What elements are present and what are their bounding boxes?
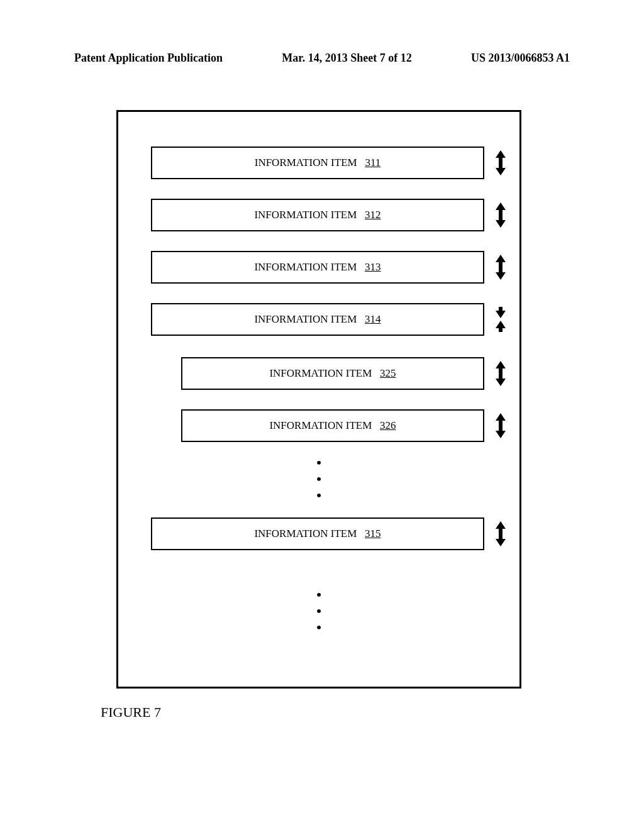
item-label: INFORMATION ITEM bbox=[254, 528, 357, 540]
info-item-311[interactable]: INFORMATION ITEM 311 bbox=[151, 147, 484, 179]
item-number: 326 bbox=[380, 419, 396, 432]
expand-arrow-icon[interactable] bbox=[493, 150, 508, 175]
item-number: 314 bbox=[365, 313, 381, 326]
item-number: 325 bbox=[380, 367, 396, 380]
svg-marker-2 bbox=[496, 255, 506, 280]
item-number: 313 bbox=[365, 261, 381, 274]
page: Patent Application Publication Mar. 14, … bbox=[0, 0, 644, 830]
svg-marker-4 bbox=[496, 321, 506, 332]
expand-arrow-icon[interactable] bbox=[493, 202, 508, 228]
figure-frame: INFORMATION ITEM 311 INFORMATION ITEM 31… bbox=[116, 110, 521, 689]
item-label: INFORMATION ITEM bbox=[269, 419, 372, 432]
header-left: Patent Application Publication bbox=[74, 52, 223, 65]
info-item-315[interactable]: INFORMATION ITEM 315 bbox=[151, 517, 484, 550]
svg-marker-7 bbox=[496, 521, 506, 546]
vertical-ellipsis: • • • bbox=[118, 455, 519, 504]
svg-marker-6 bbox=[496, 413, 506, 438]
expand-arrow-icon[interactable] bbox=[493, 521, 508, 546]
item-number: 315 bbox=[365, 528, 381, 540]
item-label: INFORMATION ITEM bbox=[254, 313, 357, 326]
svg-marker-3 bbox=[496, 307, 506, 318]
item-label: INFORMATION ITEM bbox=[269, 367, 372, 380]
header-right: US 2013/0066853 A1 bbox=[471, 52, 570, 65]
item-number: 311 bbox=[365, 157, 380, 169]
info-item-314[interactable]: INFORMATION ITEM 314 bbox=[151, 303, 484, 336]
info-item-312[interactable]: INFORMATION ITEM 312 bbox=[151, 199, 484, 231]
item-label: INFORMATION ITEM bbox=[254, 209, 357, 221]
collapse-arrow-icon[interactable] bbox=[493, 307, 508, 332]
item-label: INFORMATION ITEM bbox=[254, 261, 357, 274]
svg-marker-1 bbox=[496, 202, 506, 228]
info-item-313[interactable]: INFORMATION ITEM 313 bbox=[151, 251, 484, 284]
info-item-325[interactable]: INFORMATION ITEM 325 bbox=[181, 357, 484, 390]
item-label: INFORMATION ITEM bbox=[255, 157, 357, 169]
figure-caption: FIGURE 7 bbox=[101, 704, 161, 721]
svg-marker-5 bbox=[496, 361, 506, 386]
page-header: Patent Application Publication Mar. 14, … bbox=[74, 52, 570, 65]
info-item-326[interactable]: INFORMATION ITEM 326 bbox=[181, 409, 484, 442]
item-number: 312 bbox=[365, 209, 381, 221]
expand-arrow-icon[interactable] bbox=[493, 255, 508, 280]
expand-arrow-icon[interactable] bbox=[493, 361, 508, 386]
vertical-ellipsis: • • • bbox=[118, 587, 519, 636]
header-center: Mar. 14, 2013 Sheet 7 of 12 bbox=[282, 52, 411, 65]
svg-marker-0 bbox=[496, 150, 506, 175]
expand-arrow-icon[interactable] bbox=[493, 413, 508, 438]
